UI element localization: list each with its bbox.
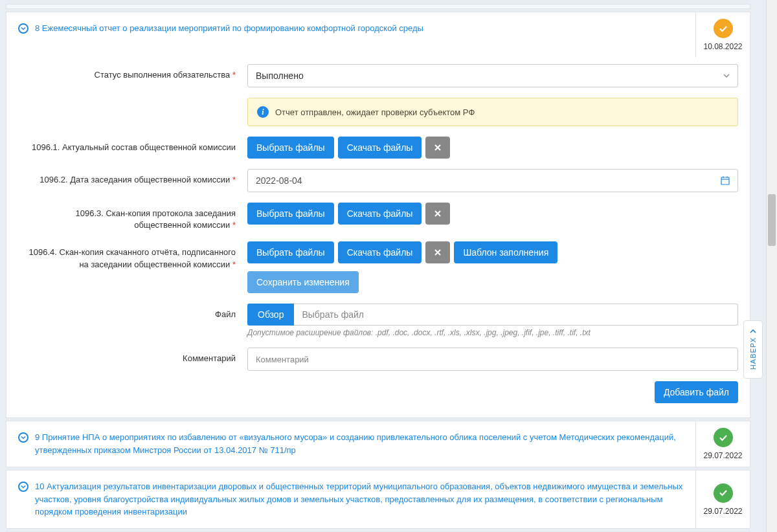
close-icon: [434, 249, 442, 256]
f4-choose-button[interactable]: Выбрать файлы: [247, 241, 334, 263]
add-file-button[interactable]: Добавить файл: [655, 381, 738, 403]
panel-9-date: 29.07.2022: [703, 451, 742, 460]
status-done-icon: [714, 428, 733, 447]
panel-10-status: 29.07.2022: [695, 471, 750, 528]
f4-label: 1096.4. Скан-копия скачанного отчёта, по…: [18, 241, 236, 270]
file-hint: Допустимое расширение файлов: .pdf, .doc…: [247, 328, 738, 337]
panel-8-date: 10.08.2022: [703, 42, 742, 51]
vertical-scrollbar[interactable]: [766, 0, 777, 532]
comment-placeholder: Комментарий: [256, 355, 309, 364]
chevron-down-icon: [18, 482, 28, 492]
f4-download-button[interactable]: Скачать файлы: [338, 241, 422, 263]
panel-10: 10 Актуализация результатов инвентаризац…: [6, 470, 750, 529]
collapsed-panel-top: [6, 4, 750, 9]
f3-choose-button[interactable]: Выбрать файлы: [247, 203, 334, 225]
f2-date-input[interactable]: 2022-08-04: [247, 169, 738, 192]
file-browse-button[interactable]: Обзор: [247, 304, 294, 326]
f1-clear-button[interactable]: [425, 137, 450, 159]
status-done-icon: [714, 483, 733, 503]
file-label: Файл: [18, 304, 236, 320]
panel-10-date: 29.07.2022: [703, 507, 742, 516]
close-icon: [434, 210, 442, 217]
f4-clear-button[interactable]: [425, 241, 450, 263]
f3-download-button[interactable]: Скачать файлы: [338, 203, 422, 225]
f1-download-button[interactable]: Скачать файлы: [338, 137, 422, 159]
save-changes-button[interactable]: Сохранить изменения: [247, 271, 359, 293]
info-icon: i: [257, 106, 269, 118]
calendar-icon: [721, 176, 730, 185]
panel-9-title: 9 Принятие НПА о мероприятиях по избавле…: [35, 431, 684, 456]
f2-label: 1096.2. Дата заседания общественной коми…: [18, 169, 236, 186]
info-banner-text: Отчет отправлен, ожидает проверки субъек…: [275, 107, 475, 117]
panel-9-header[interactable]: 9 Принятие НПА о мероприятиях по избавле…: [6, 421, 695, 467]
back-to-top-label: НАВЕРХ: [749, 337, 757, 370]
panel-8: 8 Ежемесячный отчет о реализации меропри…: [6, 12, 750, 418]
file-name-field[interactable]: Выбрать файл: [294, 304, 738, 326]
comment-input[interactable]: Комментарий: [247, 348, 738, 371]
panel-8-status: 10.08.2022: [695, 12, 750, 58]
status-pending-icon: [714, 19, 733, 38]
panel-8-header[interactable]: 8 Ежемесячный отчет о реализации меропри…: [6, 12, 695, 58]
status-select[interactable]: Выполнено: [247, 64, 738, 87]
panel-10-title: 10 Актуализация результатов инвентаризац…: [35, 480, 684, 518]
scrollbar-thumb[interactable]: [768, 194, 776, 246]
comment-label: Комментарий: [18, 348, 236, 364]
panel-10-header[interactable]: 10 Актуализация результатов инвентаризац…: [6, 471, 695, 528]
f1-label: 1096.1. Актуальный состав общественной к…: [18, 137, 236, 153]
close-icon: [434, 144, 442, 151]
f1-choose-button[interactable]: Выбрать файлы: [247, 137, 334, 159]
svg-rect-0: [721, 177, 729, 184]
f3-label: 1096.3. Скан-копия протокола заседания о…: [18, 203, 236, 231]
f3-clear-button[interactable]: [425, 203, 450, 225]
status-select-value: Выполнено: [256, 71, 304, 81]
status-label: Статус выполнения обязательства *: [18, 64, 236, 81]
panel-9: 9 Принятие НПА о мероприятиях по избавле…: [6, 421, 750, 467]
chevron-down-icon: [18, 23, 28, 34]
caret-down-icon: [723, 74, 730, 78]
f4-template-button[interactable]: Шаблон заполнения: [454, 241, 557, 263]
panel-8-title: 8 Ежемесячный отчет о реализации меропри…: [35, 22, 423, 35]
info-banner: i Отчет отправлен, ожидает проверки субъ…: [247, 98, 738, 126]
chevron-up-icon: [749, 329, 757, 334]
panel-9-status: 29.07.2022: [695, 421, 750, 467]
chevron-down-icon: [18, 432, 28, 443]
back-to-top-button[interactable]: НАВЕРХ: [743, 320, 763, 379]
f2-date-value: 2022-08-04: [256, 175, 302, 186]
